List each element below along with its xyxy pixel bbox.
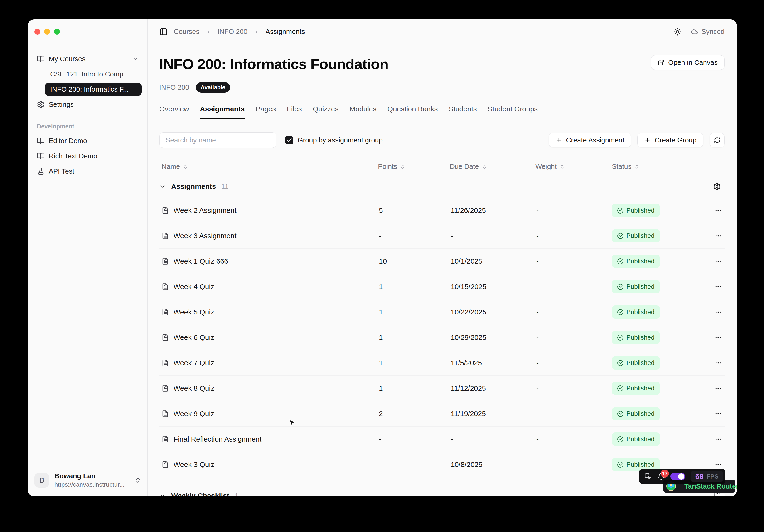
assignments-table: Name Points	[159, 158, 724, 496]
chevron-down-icon[interactable]	[159, 183, 166, 190]
inspect-element-button[interactable]	[644, 472, 652, 480]
column-header-label: Points	[378, 163, 397, 171]
row-menu-button[interactable]	[714, 436, 722, 443]
group-count: 11	[221, 183, 229, 191]
tab[interactable]: Overview	[159, 105, 189, 119]
row-menu-button[interactable]	[714, 410, 722, 417]
breadcrumb-item-courses[interactable]: Courses	[174, 28, 199, 36]
notifications-button[interactable]: 17	[658, 473, 665, 480]
status-badge-label: Published	[626, 309, 655, 316]
tab[interactable]: Students	[449, 105, 477, 119]
user-menu[interactable]: B Bowang Lan https://canvas.instructur..…	[28, 467, 147, 496]
assignment-name: Week 5 Quiz	[173, 308, 214, 316]
assignment-points: 1	[378, 333, 450, 341]
assignment-status-cell: Published	[612, 356, 712, 369]
assignment-due-date: 11/19/2025	[450, 410, 535, 418]
sidebar-item-label: Editor Demo	[49, 137, 87, 145]
sidebar-item-settings[interactable]: Settings	[34, 97, 142, 112]
tab[interactable]: Files	[287, 105, 302, 119]
assignment-name: Week 9 Quiz	[173, 410, 214, 418]
assignment-name-cell: Week 8 Quiz	[159, 384, 378, 392]
sidebar-course-item[interactable]: CSE 121: Intro to Comp...	[45, 67, 142, 81]
assignment-name-cell: Week 3 Assignment	[159, 232, 378, 240]
row-menu-button[interactable]	[714, 309, 722, 316]
assignment-due-date: -	[450, 435, 535, 443]
sidebar-item-my-courses[interactable]: My Courses	[34, 51, 142, 66]
column-header[interactable]: Status	[612, 163, 712, 171]
search-input[interactable]	[159, 132, 276, 148]
assignment-row[interactable]: Week 3 Assignment - - - Published	[159, 223, 724, 249]
chevron-down-icon[interactable]	[159, 492, 166, 496]
open-in-canvas-button[interactable]: Open in Canvas	[651, 55, 724, 70]
group-by-checkbox[interactable]	[285, 136, 293, 144]
row-menu-button[interactable]	[714, 461, 722, 468]
column-header[interactable]: Points	[378, 163, 450, 171]
file-text-icon	[162, 359, 169, 366]
sidebar-item-rich-text-demo[interactable]: Rich Text Demo	[34, 148, 142, 164]
assignment-row[interactable]: Week 8 Quiz 1 11/12/2025 - Published	[159, 376, 724, 401]
row-menu-button[interactable]	[714, 232, 722, 239]
file-text-icon	[162, 385, 169, 392]
row-menu-button[interactable]	[714, 258, 722, 265]
assignment-due-date: 10/8/2025	[450, 461, 535, 468]
tab[interactable]: Assignments	[200, 105, 245, 119]
course-code: INFO 200	[159, 83, 189, 91]
row-menu-button[interactable]	[714, 207, 722, 214]
assignment-actions-cell	[712, 436, 724, 443]
devtools-toggle-switch[interactable]	[670, 472, 685, 480]
assignment-row[interactable]: Week 4 Quiz 1 10/15/2025 - Published	[159, 274, 724, 300]
refresh-icon	[714, 137, 720, 143]
sidebar-toggle-button[interactable]	[159, 28, 168, 36]
assignment-row[interactable]: Week 9 Quiz 2 11/19/2025 - Published	[159, 401, 724, 427]
refresh-button[interactable]	[709, 133, 724, 148]
devtools-open-handle[interactable]	[716, 493, 725, 496]
assignment-row[interactable]: Week 2 Assignment 5 11/26/2025 - Publish…	[159, 198, 724, 223]
tab[interactable]: Question Banks	[387, 105, 438, 119]
row-menu-button[interactable]	[714, 359, 722, 366]
assignment-row[interactable]: Week 5 Quiz 1 10/22/2025 - Published	[159, 300, 724, 325]
column-header[interactable]: Due Date	[450, 163, 535, 171]
sidebar-course-item[interactable]: INFO 200: Informatics F...	[45, 83, 142, 96]
row-menu-button[interactable]	[714, 334, 722, 341]
column-header-label: Name	[162, 163, 180, 171]
theme-toggle-button[interactable]	[673, 28, 681, 36]
tab[interactable]: Student Groups	[488, 105, 538, 119]
sidebar-item-editor-demo[interactable]: Editor Demo	[34, 133, 142, 148]
assignment-actions-cell	[712, 309, 724, 316]
close-window-button[interactable]	[35, 29, 40, 35]
sidebar-item-api-test[interactable]: API Test	[34, 164, 142, 179]
notification-count-badge: 17	[661, 469, 669, 477]
tab[interactable]: Quizzes	[313, 105, 338, 119]
breadcrumb-item-course[interactable]: INFO 200	[218, 28, 248, 36]
assignment-status-cell: Published	[612, 331, 712, 344]
group-settings-button[interactable]	[713, 183, 721, 190]
assignment-row[interactable]: Week 1 Quiz 666 10 10/1/2025 - Published	[159, 249, 724, 274]
group-by-label[interactable]: Group by assignment group	[297, 136, 383, 144]
status-badge: Published	[612, 382, 660, 395]
tab[interactable]: Modules	[349, 105, 376, 119]
create-assignment-button[interactable]: Create Assignment	[549, 133, 631, 148]
assignment-row[interactable]: Week 6 Quiz 1 10/29/2025 - Published	[159, 325, 724, 350]
row-menu-button[interactable]	[714, 385, 722, 392]
column-header[interactable]: Weight	[535, 163, 612, 171]
course-meta: INFO 200 Available	[159, 82, 724, 93]
assignment-due-date: 11/12/2025	[450, 384, 535, 392]
assignment-actions-cell	[712, 461, 724, 468]
page-title: INFO 200: Informatics Foundation	[159, 55, 388, 73]
assignment-row[interactable]: Final Reflection Assignment - - - Publis…	[159, 427, 724, 452]
assignment-points: 1	[378, 384, 450, 392]
column-header-label: Due Date	[450, 163, 479, 171]
assignment-weight: -	[535, 308, 612, 316]
minimize-window-button[interactable]	[44, 29, 50, 35]
assignment-points: 2	[378, 410, 450, 418]
open-in-canvas-label: Open in Canvas	[668, 59, 718, 66]
row-menu-button[interactable]	[714, 283, 722, 290]
tab[interactable]: Pages	[256, 105, 276, 119]
zoom-window-button[interactable]	[54, 29, 60, 35]
assignment-status-cell: Published	[612, 204, 712, 217]
book-open-icon	[37, 152, 45, 160]
page-header: INFO 200: Informatics Foundation Open in…	[159, 55, 724, 73]
column-header[interactable]: Name	[159, 163, 378, 171]
create-group-button[interactable]: Create Group	[637, 133, 703, 148]
assignment-row[interactable]: Week 7 Quiz 1 11/5/2025 - Published	[159, 350, 724, 376]
